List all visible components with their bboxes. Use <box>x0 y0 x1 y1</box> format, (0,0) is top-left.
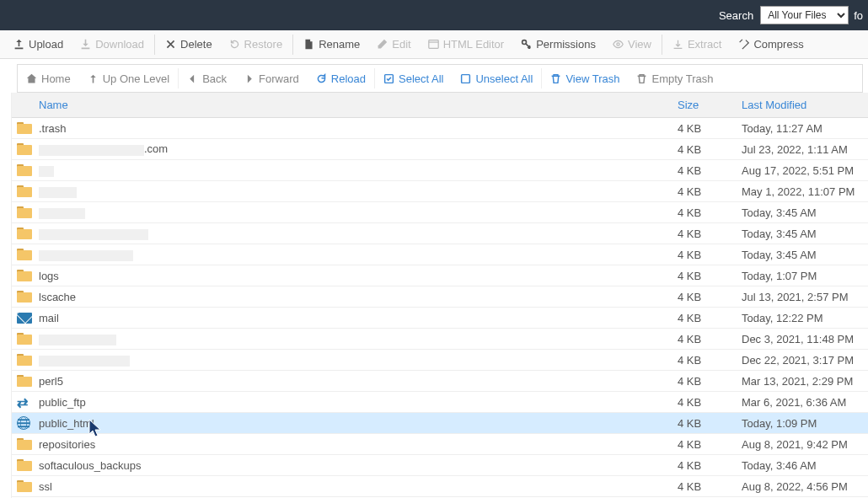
permissions-button[interactable]: Permissions <box>512 30 604 59</box>
folder-icon <box>17 143 32 155</box>
folder-icon <box>17 249 32 260</box>
file-modified: May 1, 2022, 11:07 PM <box>742 185 868 198</box>
file-size: 4 KB <box>678 396 742 409</box>
file-size: 4 KB <box>678 375 742 388</box>
file-modified: Today, 1:09 PM <box>742 417 868 430</box>
table-row[interactable]: 4 KBAug 17, 2022, 5:51 PM <box>12 160 868 181</box>
select-all-button[interactable]: Select All <box>375 65 452 92</box>
folder-icon <box>17 333 32 345</box>
redacted-text <box>39 166 54 177</box>
table-row[interactable]: public_html4 KBToday, 1:09 PM <box>12 413 868 434</box>
x-icon <box>165 39 176 50</box>
file-size: 4 KB <box>678 417 742 430</box>
pencil-icon <box>377 39 388 50</box>
file-size: 4 KB <box>678 291 742 303</box>
file-size: 4 KB <box>678 185 742 198</box>
file-name: repositories <box>39 438 678 451</box>
file-name: softaculous_backups <box>39 459 678 472</box>
table-row[interactable]: 4 KBToday, 3:45 AM <box>12 202 868 223</box>
edit-button[interactable]: Edit <box>368 30 419 59</box>
table-row[interactable]: mail4 KBToday, 12:22 PM <box>12 308 868 329</box>
folder-icon <box>17 291 32 303</box>
compress-icon <box>738 39 749 50</box>
upload-button[interactable]: Upload <box>5 30 72 59</box>
compress-button[interactable]: Compress <box>730 30 812 59</box>
file-modified: Mar 6, 2021, 6:36 AM <box>742 396 868 409</box>
file-size: 4 KB <box>678 206 742 219</box>
toolbar: Upload Download Delete Restore Rename Ed… <box>0 30 868 59</box>
file-name: ssl <box>39 480 678 493</box>
table-row[interactable]: logs4 KBToday, 1:07 PM <box>12 265 868 286</box>
table-row[interactable]: .com4 KBJul 23, 2022, 1:11 AM <box>12 139 868 160</box>
extract-button[interactable]: Extract <box>664 30 730 59</box>
table-row[interactable]: softaculous_backups4 KBToday, 3:46 AM <box>12 455 868 476</box>
file-modified: Aug 8, 2022, 4:56 PM <box>742 480 868 493</box>
eye-icon <box>613 39 624 50</box>
separator <box>154 35 155 55</box>
file-modified: Today, 11:27 AM <box>742 122 868 135</box>
left-icon <box>187 73 198 84</box>
search-filter-select[interactable]: All Your Files <box>760 6 849 24</box>
table-row[interactable]: 4 KBDec 22, 2021, 3:17 PM <box>12 350 868 371</box>
column-name[interactable]: Name <box>39 99 678 111</box>
file-modified: Today, 12:22 PM <box>742 312 868 324</box>
file-size: 4 KB <box>678 228 742 240</box>
folder-icon <box>17 164 32 176</box>
up-one-level-button[interactable]: Up One Level <box>79 65 179 92</box>
svg-rect-4 <box>462 74 470 83</box>
reload-button[interactable]: Reload <box>308 65 374 92</box>
file-size: 4 KB <box>678 480 742 493</box>
table-row[interactable]: 4 KBMay 1, 2022, 11:07 PM <box>12 181 868 202</box>
file-name: lscache <box>39 291 678 303</box>
download-button[interactable]: Download <box>72 30 153 59</box>
column-size[interactable]: Size <box>678 99 742 111</box>
extract-icon <box>672 39 683 50</box>
check-square-icon <box>383 73 394 84</box>
table-row[interactable]: ssl4 KBAug 8, 2022, 4:56 PM <box>12 476 868 497</box>
file-name <box>39 248 678 260</box>
column-modified[interactable]: Last Modified <box>742 99 868 111</box>
svg-rect-0 <box>429 40 438 49</box>
file-size: 4 KB <box>678 333 742 345</box>
empty-trash-button[interactable]: Empty Trash <box>628 65 721 92</box>
file-name: public_ftp <box>39 396 678 409</box>
main: Name Size Last Modified .trash4 KBToday,… <box>0 93 868 498</box>
for-label: fo <box>854 9 863 22</box>
file-modified: Today, 3:45 AM <box>742 228 868 240</box>
table-row[interactable]: 4 KBToday, 3:45 AM <box>12 244 868 265</box>
folder-icon <box>17 354 32 366</box>
redacted-text <box>39 335 116 345</box>
home-icon <box>26 73 37 84</box>
file-modified: Jul 23, 2022, 1:11 AM <box>742 143 868 156</box>
unselect-all-button[interactable]: Unselect All <box>452 65 541 92</box>
folder-icon <box>17 459 32 471</box>
delete-button[interactable]: Delete <box>157 30 221 59</box>
table-row[interactable]: perl54 KBMar 13, 2021, 2:29 PM <box>12 371 868 392</box>
file-name: logs <box>39 270 678 282</box>
trash-icon <box>636 73 647 84</box>
ftp-icon: ⇄ <box>17 394 28 410</box>
rename-button[interactable]: Rename <box>295 30 368 59</box>
table-row[interactable]: .trash4 KBToday, 11:27 AM <box>12 118 868 139</box>
topbar: Search All Your Files fo <box>0 0 868 30</box>
reload-icon <box>316 73 327 84</box>
html-editor-button[interactable]: HTML Editor <box>420 30 512 59</box>
file-modified: Today, 1:07 PM <box>742 270 868 282</box>
sidebar-collapsed[interactable] <box>0 93 12 498</box>
table-row[interactable]: ⇄public_ftp4 KBMar 6, 2021, 6:36 AM <box>12 392 868 413</box>
file-name <box>39 206 678 218</box>
table-row[interactable]: lscache4 KBJul 13, 2021, 2:57 PM <box>12 286 868 308</box>
file-size: 4 KB <box>678 354 742 367</box>
view-button[interactable]: View <box>604 30 660 59</box>
forward-button[interactable]: Forward <box>235 65 308 92</box>
table-row[interactable]: 4 KBToday, 3:45 AM <box>12 223 868 244</box>
back-button[interactable]: Back <box>179 65 235 92</box>
upload-icon <box>13 39 24 50</box>
file-modified: Aug 8, 2021, 9:42 PM <box>742 438 868 451</box>
table-row[interactable]: 4 KBDec 3, 2021, 11:48 PM <box>12 329 868 350</box>
download-icon <box>80 39 91 50</box>
restore-button[interactable]: Restore <box>221 30 292 59</box>
view-trash-button[interactable]: View Trash <box>542 65 628 92</box>
table-row[interactable]: repositories4 KBAug 8, 2021, 9:42 PM <box>12 434 868 455</box>
home-button[interactable]: Home <box>18 65 79 92</box>
